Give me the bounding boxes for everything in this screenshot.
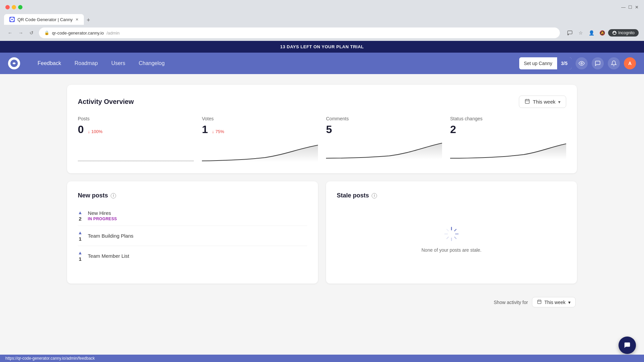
address-bar[interactable]: 🔒 qr-code-generator.canny.io /admin — [39, 27, 560, 38]
svg-line-12 — [454, 237, 456, 239]
vote-box: ▲ 2 — [78, 210, 83, 222]
stale-posts-info-icon[interactable]: i — [372, 193, 377, 198]
stat-status-changes: Status changes 2 — [450, 116, 566, 163]
tab-close-button[interactable]: ✕ — [75, 17, 78, 22]
new-tab-button[interactable]: + — [84, 15, 93, 25]
browser-tab[interactable]: QR Code Generator | Canny ✕ — [4, 14, 84, 25]
setup-canny-progress: 3/5 — [557, 57, 572, 69]
post-info: New Hires IN PROGRESS — [88, 210, 307, 221]
post-info: Team Member List — [88, 253, 307, 259]
show-activity-cal-icon — [537, 299, 542, 305]
show-activity-period: This week — [544, 300, 566, 305]
profile-icon[interactable]: 👤 — [587, 28, 596, 38]
bell-nav-button[interactable] — [608, 57, 620, 69]
stat-comments-label: Comments — [326, 116, 442, 121]
card-header: Activity Overview This week ▾ — [78, 96, 566, 108]
stale-posts-empty: None of your posts are stale. — [337, 206, 566, 273]
nav-users[interactable]: Users — [110, 58, 127, 69]
svg-rect-17 — [538, 300, 541, 304]
new-posts-title: New posts i — [78, 192, 307, 199]
two-col-section: New posts i ▲ 2 New Hires IN PROGRESS ▲ … — [67, 181, 577, 292]
tab-title: QR Code Generator | Canny — [17, 17, 73, 22]
app-logo[interactable] — [8, 57, 20, 69]
stat-posts-change: ↓ 100% — [88, 129, 103, 134]
stat-comments-value: 5 — [326, 123, 442, 136]
app-nav: Feedback Roadmap Users Changelog Set up … — [0, 53, 644, 74]
incognito-label: Incognito — [618, 31, 635, 35]
browser-back-button[interactable]: ← — [5, 28, 15, 38]
period-selector[interactable]: This week ▾ — [519, 96, 566, 108]
stale-posts-title: Stale posts i — [337, 192, 566, 199]
chevron-down-icon: ▾ — [558, 99, 560, 105]
footer-url: https://qr-code-generator.canny.io/admin… — [5, 356, 95, 361]
stat-votes-value: 1 — [202, 123, 208, 136]
eye-button[interactable] — [576, 57, 588, 69]
setup-canny-widget[interactable]: Set up Canny 3/5 — [519, 57, 572, 69]
post-item[interactable]: ▲ 2 New Hires IN PROGRESS — [78, 206, 307, 226]
new-posts-card: New posts i ▲ 2 New Hires IN PROGRESS ▲ … — [67, 181, 318, 284]
votes-chart — [202, 142, 318, 163]
vote-up-arrow-icon: ▲ — [78, 230, 83, 235]
cast-icon[interactable] — [565, 28, 575, 38]
vote-up-arrow-icon: ▲ — [78, 250, 83, 255]
stats-row: Posts 0 ↓ 100% — [78, 116, 566, 163]
nav-roadmap[interactable]: Roadmap — [73, 58, 99, 69]
nav-feedback[interactable]: Feedback — [36, 58, 62, 69]
bookmark-icon[interactable]: ☆ — [576, 28, 585, 38]
stat-posts: Posts 0 ↓ 100% — [78, 116, 194, 163]
browser-forward-button[interactable]: → — [16, 28, 25, 38]
user-avatar[interactable]: A — [624, 57, 636, 69]
chat-button[interactable] — [619, 337, 636, 354]
stat-posts-value: 0 — [78, 123, 84, 136]
tab-favicon — [9, 17, 15, 22]
stat-status-label: Status changes — [450, 116, 566, 121]
svg-point-4 — [581, 63, 583, 64]
stat-votes-change: ↓ 75% — [212, 129, 224, 134]
stat-votes-pct: 75% — [215, 129, 224, 134]
svg-rect-1 — [568, 31, 572, 34]
post-status-badge: IN PROGRESS — [88, 217, 307, 221]
url-path: /admin — [106, 31, 119, 36]
status-changes-chart — [450, 140, 566, 160]
stat-comments: Comments 5 — [326, 116, 442, 163]
lock-icon: 🔒 — [44, 31, 49, 35]
vote-box: ▲ 1 — [78, 230, 83, 242]
post-item[interactable]: ▲ 1 Team Building Plans — [78, 226, 307, 246]
comments-chart — [326, 140, 442, 160]
activity-overview-card: Activity Overview This week ▾ Posts 0 ↓ … — [67, 85, 577, 173]
votes-down-arrow-icon: ↓ — [212, 129, 214, 134]
status-bar: https://qr-code-generator.canny.io/admin… — [0, 355, 644, 362]
loading-spinner — [443, 226, 460, 242]
post-info: Team Building Plans — [88, 233, 307, 239]
show-activity-bar: Show activity for This week ▾ — [67, 297, 577, 307]
post-title: Team Building Plans — [88, 233, 307, 239]
stale-posts-empty-text: None of your posts are stale. — [422, 247, 482, 253]
main-content: Activity Overview This week ▾ Posts 0 ↓ … — [0, 74, 644, 318]
browser-reload-button[interactable]: ↺ — [27, 28, 36, 38]
stat-posts-pct: 100% — [91, 129, 102, 134]
post-title: New Hires — [88, 210, 307, 216]
posts-chart — [78, 142, 194, 163]
stat-votes-label: Votes — [202, 116, 318, 121]
down-arrow-icon: ↓ — [88, 129, 90, 134]
calendar-icon — [525, 99, 530, 105]
message-button[interactable] — [592, 57, 604, 69]
post-title: Team Member List — [88, 253, 307, 259]
show-activity-chevron-icon: ▾ — [568, 300, 571, 305]
setup-canny-label: Set up Canny — [519, 61, 557, 66]
bell-icon[interactable]: 🔕 — [597, 28, 607, 38]
vote-box: ▲ 1 — [78, 250, 83, 262]
nav-changelog[interactable]: Changelog — [137, 58, 166, 69]
stat-status-value: 2 — [450, 123, 566, 136]
post-item[interactable]: ▲ 1 Team Member List — [78, 246, 307, 266]
show-activity-period-selector[interactable]: This week ▾ — [532, 297, 576, 307]
new-posts-info-icon[interactable]: i — [111, 193, 116, 198]
svg-rect-5 — [525, 100, 529, 104]
vote-up-arrow-icon: ▲ — [78, 210, 83, 215]
svg-line-10 — [454, 229, 456, 231]
svg-line-14 — [447, 237, 448, 239]
activity-overview-title: Activity Overview — [78, 98, 134, 106]
show-activity-label: Show activity for — [494, 300, 528, 305]
svg-line-16 — [447, 229, 448, 231]
incognito-badge: Incognito — [608, 29, 639, 37]
